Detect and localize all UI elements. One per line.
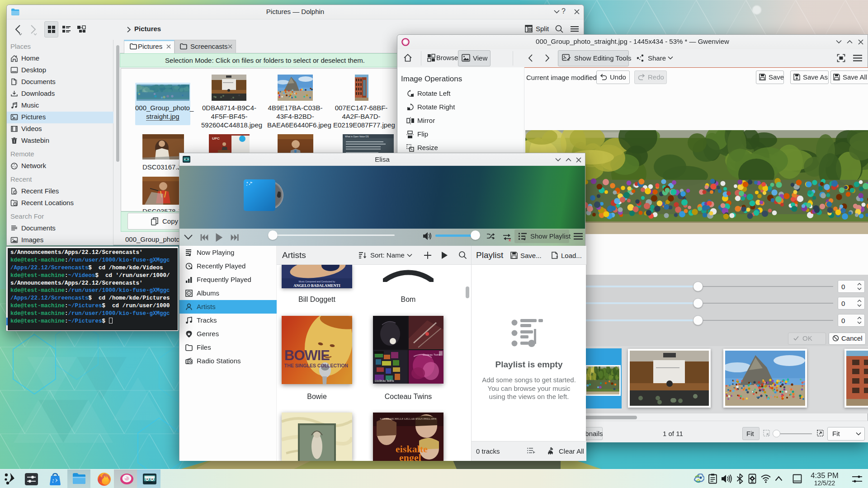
svg-text:Cocteau Twins: Cocteau Twins: [423, 353, 440, 356]
svg-text:x: x: [509, 238, 511, 242]
svg-text:cocteau twins: cocteau twins: [375, 379, 394, 382]
svg-text:BOWIE: BOWIE: [284, 347, 330, 363]
svg-text:SARAH MICHELLE GELLAR RYAN P: SARAH MICHELLE GELLAR RYAN PHILLIPPE: [380, 418, 437, 420]
svg-text:UPC: UPC: [212, 136, 220, 141]
svg-text:What is Open Voice OS: What is Open Voice OS: [345, 135, 369, 138]
svg-text:Music Composed and Conducted b: Music Composed and Conducted by: [299, 280, 335, 283]
svg-text:engel: engel: [399, 452, 421, 461]
svg-text:ANGELO BADALAMENTI: ANGELO BADALAMENTI: [293, 283, 340, 288]
svg-text:THE SINGLES COLLECTION: THE SINGLES COLLECTION: [284, 363, 348, 368]
